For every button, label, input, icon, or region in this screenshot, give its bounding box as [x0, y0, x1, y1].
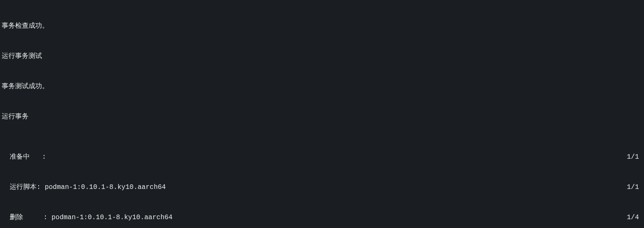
transaction-count: 1/4: [627, 212, 642, 223]
transaction-row: 准备中 : 1/1: [2, 152, 642, 162]
status-check-success: 事务检查成功。: [2, 21, 642, 31]
transaction-action: 准备中 :: [10, 153, 46, 161]
status-test-success: 事务测试成功。: [2, 81, 642, 92]
transaction-package: podman-1:0.10.1-8.ky10.aarch64: [51, 214, 172, 221]
transaction-action: 运行脚本:: [10, 183, 45, 191]
status-run-transaction: 运行事务: [2, 112, 642, 122]
transaction-count: 1/1: [627, 152, 642, 162]
transaction-row: 删除 : podman-1:0.10.1-8.ky10.aarch64 1/4: [2, 212, 642, 223]
status-run-test: 运行事务测试: [2, 51, 642, 61]
transaction-action: 删除 :: [10, 214, 51, 221]
transaction-row: 运行脚本: podman-1:0.10.1-8.ky10.aarch64 1/1: [2, 182, 642, 192]
transaction-count: 1/1: [627, 182, 642, 192]
terminal-output[interactable]: 事务检查成功。 运行事务测试 事务测试成功。 运行事务 准备中 : 1/1 运行…: [2, 1, 642, 228]
transaction-package: podman-1:0.10.1-8.ky10.aarch64: [45, 183, 166, 191]
